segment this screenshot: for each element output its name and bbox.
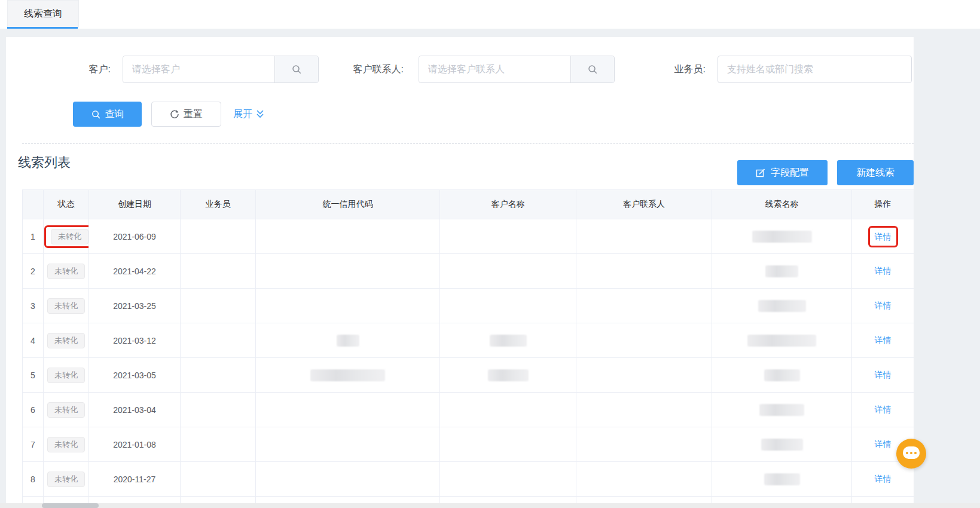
- table-row: 5未转化2021-03-05详情: [23, 358, 914, 393]
- redacted-content: [752, 231, 812, 243]
- row-index-cell: 8: [23, 462, 44, 497]
- contact-cell: [576, 219, 712, 254]
- customer-name-cell: [440, 289, 576, 323]
- table-body: 1未转化2021-06-09详情2未转化2021-04-22详情3未转化2021…: [23, 219, 914, 508]
- tab-lead-query[interactable]: 线索查询: [7, 0, 79, 27]
- lead-name-cell: [712, 289, 852, 323]
- salesman-cell: [181, 323, 256, 358]
- customer-name-cell: [440, 219, 576, 254]
- credit-code-cell: [256, 254, 440, 289]
- create-date-cell: 2021-01-08: [89, 427, 181, 462]
- table-header-row: 状态创建日期业务员统一信用代码客户名称客户联系人线索名称操作: [23, 190, 914, 219]
- status-cell: 未转化: [44, 219, 89, 254]
- detail-link[interactable]: 详情: [875, 405, 892, 414]
- detail-link[interactable]: 详情: [875, 301, 892, 310]
- field-config-label: 字段配置: [771, 167, 809, 179]
- redacted-content: [490, 335, 527, 347]
- content-card: 客户: 客户联系人: 业务员: 查询: [6, 37, 914, 508]
- column-header: 状态: [44, 190, 89, 219]
- query-button[interactable]: 查询: [73, 102, 142, 127]
- status-badge: 未转化: [51, 229, 88, 244]
- lead-name-cell: [712, 254, 852, 289]
- search-icon: [587, 64, 598, 75]
- salesman-input[interactable]: [718, 56, 912, 83]
- chat-widget-button[interactable]: [896, 439, 926, 469]
- redacted-content: [759, 404, 804, 416]
- lead-name-cell: [712, 393, 852, 427]
- create-date-cell: 2021-06-09: [89, 219, 181, 254]
- reset-button[interactable]: 重置: [151, 102, 221, 127]
- redacted-content: [747, 335, 816, 347]
- action-cell: 详情: [852, 323, 914, 358]
- credit-code-cell: [256, 427, 440, 462]
- credit-code-cell: [256, 462, 440, 497]
- double-chevron-down-icon: [255, 109, 265, 120]
- status-cell: 未转化: [44, 427, 89, 462]
- field-config-button[interactable]: 字段配置: [737, 160, 828, 185]
- salesman-field-label: 业务员:: [603, 56, 706, 83]
- detail-link[interactable]: 详情: [875, 335, 892, 345]
- row-index-cell: 1: [23, 219, 44, 254]
- status-cell: 未转化: [44, 254, 89, 289]
- column-header: 客户联系人: [576, 190, 712, 219]
- status-badge: 未转化: [47, 402, 85, 418]
- customer-input[interactable]: [123, 56, 274, 82]
- expand-toggle[interactable]: 展开: [233, 102, 265, 127]
- customer-name-cell: [440, 427, 576, 462]
- lead-table: 状态创建日期业务员统一信用代码客户名称客户联系人线索名称操作 1未转化2021-…: [22, 189, 914, 508]
- row-index-cell: 4: [23, 323, 44, 358]
- status-cell: 未转化: [44, 462, 89, 497]
- row-index-cell: 7: [23, 427, 44, 462]
- create-date-cell: 2021-03-12: [89, 323, 181, 358]
- horizontal-scrollbar-thumb[interactable]: [42, 503, 99, 508]
- new-lead-label: 新建线索: [856, 167, 894, 179]
- credit-code-cell: [256, 289, 440, 323]
- credit-code-cell: [256, 358, 440, 393]
- create-date-cell: 2021-04-22: [89, 254, 181, 289]
- row-index-cell: 5: [23, 358, 44, 393]
- redacted-content: [758, 300, 806, 312]
- action-cell: 详情: [852, 393, 914, 427]
- column-header: 创建日期: [89, 190, 181, 219]
- expand-label: 展开: [233, 108, 252, 121]
- credit-code-cell: [256, 219, 440, 254]
- horizontal-scrollbar-track[interactable]: [0, 503, 980, 508]
- lead-name-cell: [712, 427, 852, 462]
- contact-field-label: 客户联系人:: [286, 56, 404, 83]
- lead-name-cell: [712, 323, 852, 358]
- column-header: 线索名称: [712, 190, 852, 219]
- row-index-cell: 2: [23, 254, 44, 289]
- contact-cell: [576, 323, 712, 358]
- salesman-cell: [181, 462, 256, 497]
- detail-link[interactable]: 详情: [875, 370, 892, 380]
- chat-dot: [914, 452, 917, 454]
- lead-name-cell: [712, 462, 852, 497]
- contact-cell: [576, 462, 712, 497]
- detail-link[interactable]: 详情: [875, 439, 892, 449]
- redacted-content: [764, 473, 800, 485]
- customer-name-cell: [440, 462, 576, 497]
- contact-cell: [576, 393, 712, 427]
- table-row: 2未转化2021-04-22详情: [23, 254, 914, 289]
- status-badge: 未转化: [47, 368, 85, 383]
- row-index-cell: 3: [23, 289, 44, 323]
- new-lead-button[interactable]: 新建线索: [837, 160, 914, 185]
- redacted-content: [488, 369, 529, 381]
- salesman-cell: [181, 289, 256, 323]
- status-cell: 未转化: [44, 323, 89, 358]
- create-date-cell: 2021-03-05: [89, 358, 181, 393]
- list-title: 线索列表: [18, 154, 71, 172]
- column-header: 业务员: [181, 190, 256, 219]
- detail-link[interactable]: 详情: [875, 266, 892, 276]
- detail-link[interactable]: 详情: [875, 474, 892, 483]
- salesman-cell: [181, 393, 256, 427]
- detail-link[interactable]: 详情: [875, 232, 892, 241]
- lead-name-cell: [712, 358, 852, 393]
- create-date-cell: 2021-03-25: [89, 289, 181, 323]
- tab-label: 线索查询: [24, 8, 62, 20]
- column-header: 客户名称: [440, 190, 576, 219]
- salesman-cell: [181, 254, 256, 289]
- contact-input[interactable]: [419, 56, 570, 82]
- redacted-content: [765, 265, 798, 277]
- column-header: 操作: [852, 190, 914, 219]
